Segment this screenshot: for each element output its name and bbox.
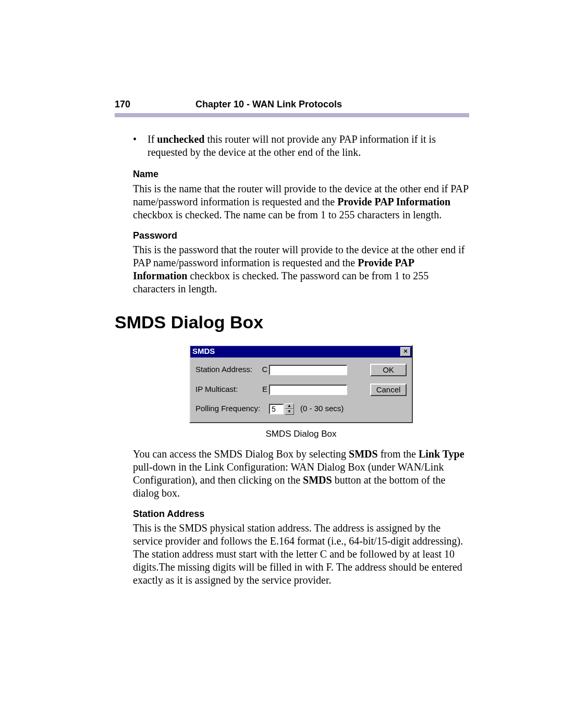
text: from the	[378, 448, 419, 460]
polling-cell: ▲ ▼ (0 - 30 secs)	[269, 403, 407, 415]
dialog-title: SMDS	[192, 347, 400, 356]
station-address-prefix: C	[261, 365, 269, 375]
cancel-button[interactable]: Cancel	[370, 384, 407, 396]
close-button[interactable]: ×	[400, 347, 411, 356]
polling-range-label: (0 - 30 secs)	[300, 404, 344, 414]
dialog-body: Station Address: C OK IP Multicast: E Ca…	[190, 357, 412, 422]
subheading-station-address: Station Address	[133, 508, 469, 520]
paragraph-access: You can access the SMDS Dialog Box by se…	[133, 448, 469, 500]
spinner-down-button[interactable]: ▼	[285, 409, 294, 415]
header-rule	[115, 113, 469, 118]
polling-frequency-label: Polling Frequency:	[195, 404, 261, 414]
ip-multicast-input[interactable]	[269, 385, 347, 395]
subheading-name: Name	[133, 168, 469, 180]
text-bold: SMDS	[349, 448, 378, 460]
dialog-container: SMDS × Station Address: C OK IP Multicas…	[133, 345, 469, 423]
text: If	[148, 133, 157, 145]
text: checkbox is checked. The name can be fro…	[133, 209, 442, 220]
bullet-item: • If unchecked this router will not prov…	[133, 133, 469, 159]
ip-multicast-prefix: E	[261, 385, 269, 394]
body-column: • If unchecked this router will not prov…	[133, 133, 469, 587]
section-title: SMDS Dialog Box	[115, 311, 469, 334]
text-bold: Provide PAP Information	[337, 196, 450, 207]
bullet-list: • If unchecked this router will not prov…	[133, 133, 469, 159]
bullet-marker: •	[133, 133, 148, 159]
text: This is the password that the router wil…	[133, 244, 465, 268]
text-bold: unchecked	[157, 133, 204, 145]
spinner-up-button[interactable]: ▲	[285, 403, 294, 409]
paragraph-station-address: This is the SMDS physical station addres…	[133, 522, 469, 587]
ok-button[interactable]: OK	[370, 364, 407, 376]
polling-spinner: ▲ ▼	[285, 403, 294, 415]
smds-dialog: SMDS × Station Address: C OK IP Multicas…	[189, 345, 413, 423]
text-bold: SMDS	[303, 474, 332, 486]
page: 170 Chapter 10 - WAN Link Protocols • If…	[0, 0, 563, 728]
paragraph-name: This is the name that the router will pr…	[133, 182, 469, 221]
text-bold: Link Type	[419, 448, 464, 460]
paragraph-password: This is the password that the router wil…	[133, 243, 469, 295]
page-header: 170 Chapter 10 - WAN Link Protocols	[115, 99, 469, 110]
page-number: 170	[115, 99, 195, 110]
text: You can access the SMDS Dialog Box by se…	[133, 448, 349, 460]
bullet-text: If unchecked this router will not provid…	[148, 133, 469, 159]
dialog-titlebar: SMDS ×	[190, 346, 412, 357]
subheading-password: Password	[133, 230, 469, 242]
ip-multicast-label: IP Multicast:	[195, 385, 261, 394]
station-address-input[interactable]	[269, 365, 347, 375]
station-address-label: Station Address:	[195, 365, 261, 375]
figure-caption: SMDS Dialog Box	[133, 428, 469, 439]
chapter-title: Chapter 10 - WAN Link Protocols	[195, 99, 469, 110]
polling-frequency-input[interactable]	[269, 404, 284, 414]
